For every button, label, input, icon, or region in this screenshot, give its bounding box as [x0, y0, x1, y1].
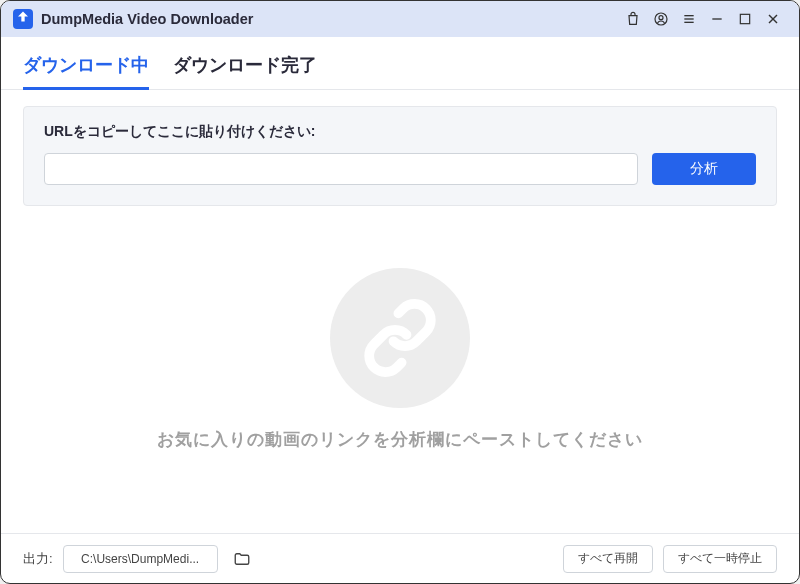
- url-label: URLをコピーしてここに貼り付けください:: [44, 123, 756, 141]
- user-icon[interactable]: [647, 5, 675, 33]
- output-path-box[interactable]: C:\Users\DumpMedi...: [63, 545, 218, 573]
- output-label: 出力:: [23, 550, 53, 568]
- empty-hint: お気に入りの動画のリンクを分析欄にペーストしてください: [157, 428, 643, 451]
- url-row: 分析: [44, 153, 756, 185]
- url-input[interactable]: [44, 153, 638, 185]
- url-panel: URLをコピーしてここに貼り付けください: 分析: [23, 106, 777, 206]
- resume-all-button[interactable]: すべて再開: [563, 545, 653, 573]
- shopping-bag-icon[interactable]: [619, 5, 647, 33]
- menu-icon[interactable]: [675, 5, 703, 33]
- svg-point-1: [659, 16, 663, 20]
- minimize-icon[interactable]: [703, 5, 731, 33]
- close-icon[interactable]: [759, 5, 787, 33]
- empty-state: お気に入りの動画のリンクを分析欄にペーストしてください: [1, 206, 799, 533]
- app-title: DumpMedia Video Downloader: [41, 11, 253, 27]
- open-folder-icon[interactable]: [228, 545, 256, 573]
- analyze-button[interactable]: 分析: [652, 153, 756, 185]
- svg-rect-6: [740, 14, 749, 23]
- pause-all-button[interactable]: すべて一時停止: [663, 545, 777, 573]
- tab-bar: ダウンロード中 ダウンロード完了: [1, 37, 799, 90]
- app-window: DumpMedia Video Downloader ダウンロード中 ダウンロー…: [0, 0, 800, 584]
- svg-point-0: [655, 13, 667, 25]
- footer: 出力: C:\Users\DumpMedi... すべて再開 すべて一時停止: [1, 533, 799, 583]
- tab-downloading[interactable]: ダウンロード中: [23, 53, 149, 90]
- titlebar: DumpMedia Video Downloader: [1, 1, 799, 37]
- tab-completed[interactable]: ダウンロード完了: [173, 53, 317, 90]
- link-icon: [330, 268, 470, 408]
- maximize-icon[interactable]: [731, 5, 759, 33]
- app-logo-icon: [13, 9, 33, 29]
